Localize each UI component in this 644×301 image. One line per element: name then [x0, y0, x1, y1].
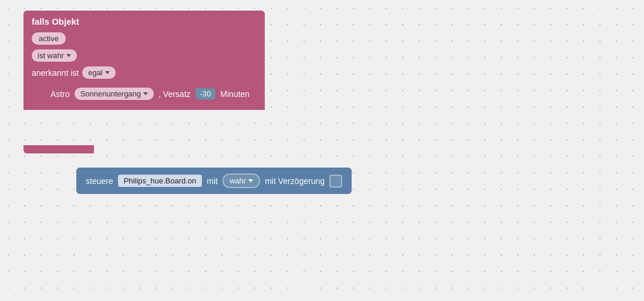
ist-wahr-row: ist wahr	[32, 49, 257, 62]
anerkannt-value: egal	[88, 68, 103, 77]
astro-arrow-icon	[143, 92, 148, 95]
anerkannt-arrow-icon	[105, 71, 110, 74]
mit-label: mit	[207, 176, 218, 186]
wahr-arrow-icon	[248, 179, 253, 182]
astro-row: Astro Sonnenuntergang , Versatz -30 Minu…	[43, 83, 257, 104]
versatz-value: -30	[195, 88, 216, 99]
minuten-label: Minuten	[220, 89, 249, 99]
ist-wahr-dropdown[interactable]: ist wahr	[32, 49, 77, 62]
falls-footer-left	[23, 145, 94, 153]
versatz-label: , Versatz	[159, 89, 190, 99]
inner-slot	[35, 110, 265, 145]
mit-verzogerung-label: mit Verzögerung	[265, 176, 325, 186]
ist-wahr-arrow-icon	[66, 54, 71, 57]
wahr-dropdown[interactable]: wahr	[222, 173, 260, 188]
astro-label: Astro	[50, 89, 70, 99]
steuere-target: Philips_hue.Board.on	[118, 175, 203, 187]
astro-dropdown-value: Sonnenuntergang	[80, 89, 141, 98]
astro-dropdown[interactable]: Sonnenuntergang	[75, 88, 154, 100]
active-badge: active	[32, 32, 66, 45]
falls-block-header: falls Objekt active ist wahr anerkannt i…	[23, 11, 265, 110]
verzogerung-value-box[interactable]	[329, 175, 342, 188]
anerkannt-label: anerkannt ist	[32, 68, 79, 78]
falls-block: falls Objekt active ist wahr anerkannt i…	[23, 11, 265, 153]
falls-footer-gap	[94, 145, 203, 153]
steuere-block: steuere Philips_hue.Board.on mit wahr mi…	[76, 168, 352, 194]
falls-block-title: falls Objekt	[32, 16, 257, 26]
ist-wahr-label: ist wahr	[38, 51, 64, 60]
falls-block-footer	[23, 145, 265, 153]
anerkannt-row: anerkannt ist egal	[32, 66, 257, 79]
anerkannt-dropdown[interactable]: egal	[82, 66, 116, 79]
wahr-value: wahr	[230, 176, 246, 185]
steuere-label: steuere	[86, 176, 113, 186]
